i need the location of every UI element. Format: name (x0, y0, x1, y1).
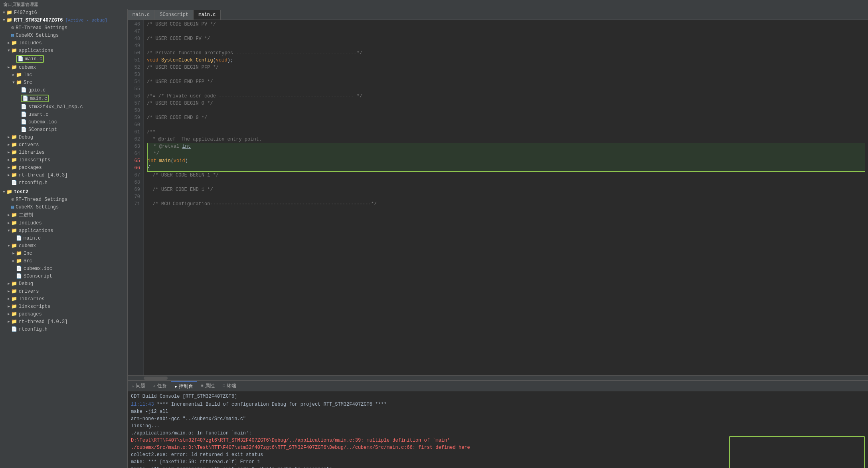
sidebar-item-includes-2[interactable]: ▶ 📁 Includes (0, 219, 127, 227)
sidebar-item-cubemx-settings-2[interactable]: ▦ CubeMX Settings (0, 203, 127, 211)
sidebar-label: libraries (19, 150, 45, 155)
sidebar-item-cubemx-2[interactable]: ▼ 📁 cubemx (0, 242, 127, 250)
arrow-icon: ▶ (6, 165, 11, 170)
tab-properties[interactable]: ≡ 属性 (197, 381, 219, 391)
folder-icon: 📁 (11, 303, 17, 309)
sidebar-label-root: RTT_STM32F407ZGT6 (14, 18, 63, 23)
sidebar-item-main-c-1[interactable]: 📄 main.c (0, 54, 127, 63)
sidebar-item-main-c-3[interactable]: 📄 main.c (0, 234, 127, 242)
console-line-7: ./cubemx/Src/main.o:D:\Test\RTT\F407\stm… (131, 444, 865, 451)
sidebar-item-includes[interactable]: ▶ 📁 Includes (0, 39, 127, 47)
sidebar-item-libraries-2[interactable]: ▶ 📁 libraries (0, 295, 127, 303)
sidebar-label: cubemx.ioc (24, 266, 52, 272)
sidebar-item-packages[interactable]: ▶ 📁 packages (0, 164, 127, 171)
sidebar-item-rtt-stm32[interactable]: ▼ 📁 RTT_STM32F407ZGT6 [Active - Debug] (0, 16, 127, 24)
console-content[interactable]: CDT Build Console [RTT_STM32F407ZGT6] 11… (128, 391, 868, 468)
scroll-thumb[interactable] (144, 377, 168, 380)
tab-console[interactable]: ▶ 控制台 (171, 381, 197, 391)
sidebar-item-rt-thread[interactable]: ▶ 📁 rt-thread [4.0.3] (0, 171, 127, 179)
sidebar-item-drivers[interactable]: ▶ 📁 drivers (0, 141, 127, 149)
sidebar-item-packages-2[interactable]: ▶ 📁 packages (0, 310, 127, 318)
sidebar-item-test2[interactable]: ▼ 📁 test2 (0, 188, 127, 196)
sidebar-item-stm32-hal[interactable]: 📄 stm32f4xx_hal_msp.c (0, 103, 127, 111)
file-icon: 📄 (21, 111, 27, 117)
folder-icon: 📁 (11, 319, 17, 325)
sidebar-item-rtconfig-h[interactable]: 📄 rtconfig.h (0, 179, 127, 186)
sidebar-item-rt-thread-2[interactable]: ▶ 📁 rt-thread [4.0.3] (0, 318, 127, 325)
comment-text: * @brief The application entry point. (147, 136, 262, 143)
code-text: ) (185, 157, 188, 165)
code-text: ); (227, 57, 233, 64)
console-line-9: make: *** [makefile:59: rtthread.elf] Er… (131, 458, 865, 466)
sidebar-item-rt-thread-settings-2[interactable]: ⚙ RT-Thread Settings (0, 196, 127, 203)
sidebar-item-linkscripts-2[interactable]: ▶ 📁 linkscripts (0, 303, 127, 310)
sidebar-item-libraries[interactable]: ▶ 📁 libraries (0, 149, 127, 156)
folder-icon: 📁 (11, 220, 17, 226)
sidebar-item-cubemx[interactable]: ▶ 📁 cubemx (0, 63, 127, 71)
tab-problems[interactable]: ⚠ 问题 (128, 381, 149, 391)
line-num-56: 56 (129, 93, 142, 100)
top-bar-title: 窗口贝预器管理器 (3, 2, 38, 8)
sidebar[interactable]: ▼ 📁 F407zgt6 ▼ 📁 RTT_STM32F407ZGT6 [Acti… (0, 9, 128, 468)
sidebar-item-sconscript-2[interactable]: 📄 SConscript (0, 272, 127, 280)
sidebar-item-src[interactable]: ▼ 📁 Src (0, 79, 127, 86)
arrow-icon: ▶ (6, 304, 11, 309)
sidebar-item-drivers-2[interactable]: ▶ 📁 drivers (0, 288, 127, 295)
code-content[interactable]: /* USER CODE BEGIN PV */ /* USER CODE EN… (144, 20, 868, 375)
console-line-8: collect2.exe: error: ld returned 1 exit … (131, 451, 865, 458)
file-icon: 📄 (16, 273, 22, 279)
sidebar-item-sconscript[interactable]: 📄 SConscript (0, 126, 127, 133)
sidebar-item-inc[interactable]: ▶ 📁 Inc (0, 71, 127, 79)
horizontal-scrollbar[interactable] (128, 375, 868, 380)
sidebar-item-rtconfig-h-2[interactable]: 📄 rtconfig.h (0, 325, 127, 333)
console-line-5: ./applications/main.o: In function `main… (131, 430, 865, 437)
sidebar-label-main-c-2: main.c (30, 96, 47, 101)
keyword-void3: void (174, 157, 185, 165)
sidebar-item-cubemx-ioc-2[interactable]: 📄 cubemx.ioc (0, 265, 127, 272)
sidebar-item-linkscripts[interactable]: ▶ 📁 linkscripts (0, 156, 127, 164)
comment-text: /* USER CODE END PFP */ (147, 78, 213, 85)
arrow-icon: ▶ (6, 150, 11, 155)
line-num-66: 66 (129, 165, 142, 172)
sidebar-item-usart-c[interactable]: 📄 usart.c (0, 111, 127, 118)
arrow-icon: ▼ (11, 81, 16, 85)
sidebar-item-main-c-2[interactable]: 📄 main.c (0, 94, 127, 103)
sidebar-item-cubemx-settings[interactable]: ▦ CubeMX Settings (0, 32, 127, 39)
sidebar-label: cubemx (19, 65, 36, 70)
tab-main-c-2[interactable]: main.c (194, 10, 221, 20)
sidebar-item-debug-2[interactable]: ▶ 📁 Debug (0, 280, 127, 288)
tab-tasks[interactable]: ✓ 任务 (149, 381, 171, 391)
tab-sconscript[interactable]: SConscript (155, 10, 194, 20)
sidebar-item-debug[interactable]: ▶ 📁 Debug (0, 133, 127, 141)
tab-label: main.c (132, 12, 150, 18)
sidebar-item-gpio-c[interactable]: 📄 gpio.c (0, 86, 127, 94)
code-line-58 (147, 107, 865, 114)
sidebar-label: stm32f4xx_hal_msp.c (28, 104, 83, 110)
arrow-icon: ▶ (6, 319, 11, 324)
code-line-69: /* USER CODE END 1 */ (147, 186, 865, 193)
active-debug-badge: [Active - Debug] (65, 18, 107, 23)
sidebar-item-inc-2[interactable]: ▶ 📁 Inc (0, 250, 127, 257)
code-line-50: /* Private function prototypes ---------… (147, 50, 865, 57)
sidebar-label: drivers (19, 289, 39, 294)
file-icon: 📄 (22, 95, 28, 101)
sidebar-label-inc: Inc (24, 72, 32, 78)
sidebar-label: applications (19, 48, 53, 54)
sidebar-item-src-2[interactable]: ▶ 📁 Src (0, 257, 127, 265)
sidebar-item-rt-thread-settings[interactable]: ⚙ RT-Thread Settings (0, 24, 127, 32)
console-line-3: arm-none-eabi-gcc "../cubemx/Src/main.c" (131, 415, 865, 422)
sidebar-label: rtconfig.h (19, 180, 47, 186)
folder-icon: 📁 (11, 172, 17, 178)
arrow-icon: ▼ (2, 11, 6, 15)
sidebar-item-f407[interactable]: ▼ 📁 F407zgt6 (0, 9, 127, 16)
sidebar-item-applications-2[interactable]: ▼ 📁 applications (0, 227, 127, 234)
line-num-50: 50 (129, 50, 142, 57)
line-num-52: 52 (129, 64, 142, 71)
sidebar-item-cubemx-ioc[interactable]: 📄 cubemx.ioc (0, 118, 127, 126)
tab-terminal[interactable]: □ 终端 (219, 381, 240, 391)
console-line-6: D:\Test\RTT\F407\stm32f407zgt6\RTT_STM32… (131, 437, 865, 444)
tab-main-c-1[interactable]: main.c (128, 10, 155, 20)
content-area: main.c SConscript main.c 46 47 48 49 50 … (128, 9, 868, 468)
sidebar-item-binary[interactable]: ▶ 📁 二进制 (0, 211, 127, 219)
sidebar-item-applications[interactable]: ▼ 📁 applications (0, 47, 127, 54)
